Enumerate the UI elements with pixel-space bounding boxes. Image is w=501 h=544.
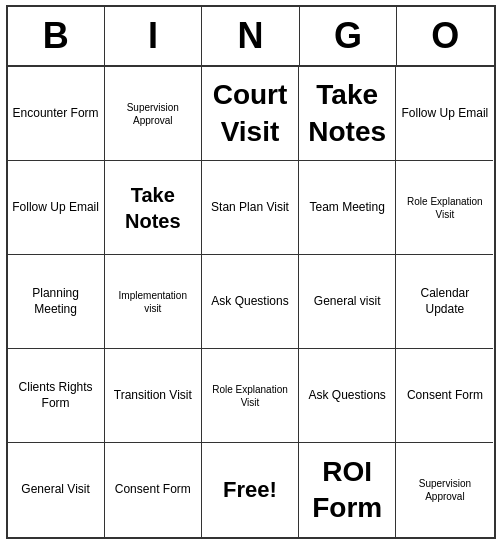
bingo-card: BINGO Encounter FormSupervision Approval… xyxy=(6,5,496,539)
bingo-cell-4: Follow Up Email xyxy=(396,67,493,161)
bingo-cell-18: Ask Questions xyxy=(299,349,396,443)
bingo-cell-16: Transition Visit xyxy=(105,349,202,443)
bingo-cell-17: Role Explanation Visit xyxy=(202,349,299,443)
bingo-cell-9: Role Explanation Visit xyxy=(396,161,493,255)
bingo-cell-14: Calendar Update xyxy=(396,255,493,349)
bingo-header: BINGO xyxy=(8,7,494,67)
bingo-cell-2: Court Visit xyxy=(202,67,299,161)
bingo-cell-6: Take Notes xyxy=(105,161,202,255)
bingo-cell-8: Team Meeting xyxy=(299,161,396,255)
bingo-cell-19: Consent Form xyxy=(396,349,493,443)
bingo-cell-13: General visit xyxy=(299,255,396,349)
bingo-cell-5: Follow Up Email xyxy=(8,161,105,255)
bingo-cell-10: Planning Meeting xyxy=(8,255,105,349)
bingo-cell-21: Consent Form xyxy=(105,443,202,537)
bingo-letter-b: B xyxy=(8,7,105,65)
bingo-cell-20: General Visit xyxy=(8,443,105,537)
bingo-cell-0: Encounter Form xyxy=(8,67,105,161)
bingo-grid: Encounter FormSupervision ApprovalCourt … xyxy=(8,67,494,537)
bingo-cell-11: Implementation visit xyxy=(105,255,202,349)
bingo-cell-12: Ask Questions xyxy=(202,255,299,349)
bingo-cell-15: Clients Rights Form xyxy=(8,349,105,443)
bingo-letter-o: O xyxy=(397,7,493,65)
bingo-cell-24: Supervision Approval xyxy=(396,443,493,537)
bingo-cell-23: ROI Form xyxy=(299,443,396,537)
bingo-letter-i: I xyxy=(105,7,202,65)
bingo-letter-g: G xyxy=(300,7,397,65)
bingo-cell-22: Free! xyxy=(202,443,299,537)
bingo-letter-n: N xyxy=(202,7,299,65)
bingo-cell-1: Supervision Approval xyxy=(105,67,202,161)
bingo-cell-7: Stan Plan Visit xyxy=(202,161,299,255)
bingo-cell-3: Take Notes xyxy=(299,67,396,161)
